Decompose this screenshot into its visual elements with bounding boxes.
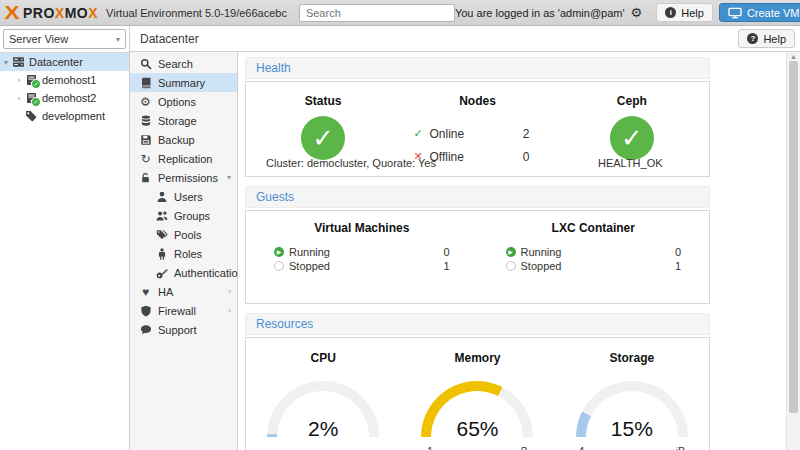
workspace: Datacenter Help Search Summary ⚙Options … (130, 26, 800, 450)
proxmox-logo-text: PROXMOX (23, 5, 98, 21)
heart-icon: ♥ (139, 286, 152, 298)
panel-help-button[interactable]: Help (738, 29, 795, 48)
menu-item-ha[interactable]: ♥HA› (130, 282, 237, 301)
user-settings-gear-icon[interactable]: ⚙ (631, 6, 643, 19)
floppy-icon (139, 134, 152, 146)
menu-item-authentication[interactable]: Authentication (130, 263, 237, 282)
vertical-scrollbar[interactable]: ▲ (786, 52, 800, 450)
menu-item-users[interactable]: Users (130, 187, 237, 206)
chevron-right-icon: › (228, 306, 237, 315)
storage-gauge: 15% (576, 381, 688, 437)
user-icon (155, 191, 168, 203)
status-check-circle-icon: ✓ (301, 116, 345, 160)
cluster-status-text: Cluster: democluster, Quorate: Yes (266, 157, 436, 169)
tree-item-datacenter[interactable]: ▾ Datacenter (0, 53, 129, 71)
menu-item-storage[interactable]: Storage (130, 111, 237, 130)
summary-content: Health Status ✓ Nodes ✓ Online 2 (238, 52, 786, 450)
online-count: 2 (523, 127, 542, 141)
create-vm-button[interactable]: Create VM (719, 3, 800, 22)
memory-heading: Memory (400, 338, 554, 365)
host-icon: ✓ (25, 92, 38, 104)
storage-gauge-column: Storage 15% 4.57 GiB of 31.38 GiB (555, 338, 709, 450)
proxmox-logo: X PROXMOX (6, 4, 98, 22)
vm-running-count: 0 (443, 246, 449, 258)
expander-icon[interactable]: › (13, 94, 25, 103)
cpu-heading: CPU (246, 338, 400, 365)
header-actions: You are logged in as 'admin@pam' ⚙ Help … (455, 3, 800, 22)
guests-panel-body: Virtual Machines ▶ Running 0 Stopped 1 (245, 210, 710, 304)
resources-panel: Resources CPU 2% of 4 CPU(s) Memory (245, 313, 710, 450)
proxmox-logo-mark-icon: X (4, 4, 19, 22)
menu-item-permissions[interactable]: Permissions▾ (130, 168, 237, 187)
vm-heading: Virtual Machines (274, 221, 450, 235)
workspace-title: Datacenter (140, 32, 199, 46)
sync-icon: ↻ (139, 153, 152, 165)
top-header: X PROXMOX Virtual Environment 5.0-19/e66… (0, 0, 800, 26)
resource-tree-panel: Server View ▾ ▾ Datacenter › ✓ demohost1… (0, 26, 130, 450)
menu-item-pools[interactable]: Pools (130, 225, 237, 244)
storage-heading: Storage (555, 338, 709, 365)
cpu-gauge: 2% (267, 381, 379, 437)
global-search-input[interactable] (299, 4, 455, 22)
book-icon (139, 77, 152, 89)
version-text: Virtual Environment 5.0-19/e66acebc (106, 7, 287, 19)
menu-item-replication[interactable]: ↻Replication (130, 149, 237, 168)
ceph-heading: Ceph (555, 82, 709, 108)
tag-icon (25, 110, 38, 122)
expander-icon[interactable]: ▾ (0, 58, 12, 67)
workspace-header: Datacenter Help (130, 26, 800, 52)
lxc-stopped-count: 1 (675, 260, 681, 272)
search-icon (139, 58, 152, 70)
expander-icon[interactable]: › (13, 76, 25, 85)
monitor-icon (728, 7, 742, 19)
users-icon (155, 210, 168, 222)
lxc-heading: LXC Container (506, 221, 682, 235)
running-icon: ▶ (506, 247, 516, 257)
online-badge-icon: ✓ (31, 97, 41, 107)
datacenter-icon (12, 56, 25, 68)
scrollbar-thumb[interactable] (789, 61, 798, 413)
lxc-stopped-row: Stopped 1 (506, 259, 682, 273)
online-badge-icon: ✓ (31, 79, 41, 89)
resources-panel-title: Resources (245, 313, 710, 335)
menu-item-roles[interactable]: Roles (130, 244, 237, 263)
tags-icon (155, 229, 168, 241)
memory-gauge: 65% (421, 381, 533, 437)
menu-item-search[interactable]: Search (130, 54, 237, 73)
menu-item-firewall[interactable]: Firewall› (130, 301, 237, 320)
tree-item-development[interactable]: development (0, 107, 129, 125)
comment-icon (139, 324, 152, 336)
ceph-check-circle-icon: ✓ (610, 116, 654, 160)
chevron-right-icon: › (228, 287, 237, 296)
health-panel-body: Status ✓ Nodes ✓ Online 2 ✕ (245, 81, 710, 177)
chevron-down-icon: ▾ (116, 35, 120, 44)
menu-item-support[interactable]: Support (130, 320, 237, 339)
vm-stopped-count: 1 (443, 260, 449, 272)
menu-item-groups[interactable]: Groups (130, 206, 237, 225)
guests-panel: Guests Virtual Machines ▶ Running 0 Stop… (245, 186, 710, 304)
health-panel-title: Health (245, 57, 710, 79)
menu-item-options[interactable]: ⚙Options (130, 92, 237, 111)
person-icon (155, 248, 168, 260)
guests-panel-title: Guests (245, 186, 710, 208)
question-icon (747, 33, 758, 44)
section-menu: Search Summary ⚙Options Storage Backup ↻… (130, 52, 238, 450)
lxc-column: LXC Container ▶ Running 0 Stopped 1 (478, 211, 710, 303)
tree-item-demohost1[interactable]: › ✓ demohost1 (0, 71, 129, 89)
vm-running-row: ▶ Running 0 (274, 245, 450, 259)
menu-item-backup[interactable]: Backup (130, 130, 237, 149)
help-button[interactable]: Help (656, 3, 713, 22)
nodes-online-row: ✓ Online 2 (413, 122, 541, 145)
proxmox-app: X PROXMOX Virtual Environment 5.0-19/e66… (0, 0, 800, 450)
menu-item-summary[interactable]: Summary (130, 73, 237, 92)
stopped-icon (506, 261, 516, 271)
shield-icon (139, 305, 152, 317)
running-icon: ▶ (274, 247, 284, 257)
cpu-gauge-column: CPU 2% of 4 CPU(s) (246, 338, 400, 450)
nodes-heading: Nodes (400, 82, 554, 108)
memory-percent: 65% (421, 417, 533, 441)
view-selector-dropdown[interactable]: Server View ▾ (3, 29, 126, 49)
tree-item-demohost2[interactable]: › ✓ demohost2 (0, 89, 129, 107)
vm-stopped-row: Stopped 1 (274, 259, 450, 273)
health-ceph-column: Ceph ✓ HEALTH_OK (555, 82, 709, 176)
